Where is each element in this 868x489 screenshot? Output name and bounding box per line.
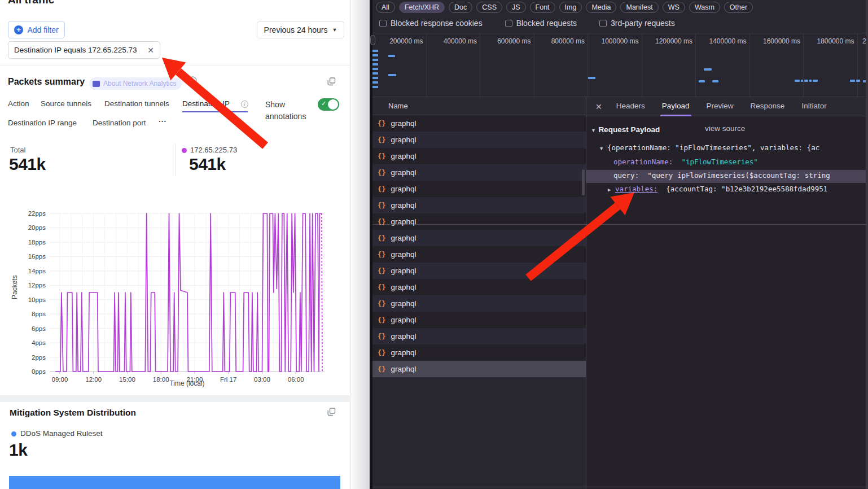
json-braces-icon: {}: [378, 120, 385, 128]
remove-filter-icon[interactable]: ✕: [147, 46, 154, 55]
network-request-row[interactable]: {}graphql: [372, 197, 586, 213]
resource-filter-bar: AllFetch/XHRDocCSSJSFontImgMediaManifest…: [376, 2, 753, 13]
active-filter-chip[interactable]: Destination IP equals 172.65.225.73 ✕: [8, 41, 160, 59]
resource-filter-css[interactable]: CSS: [476, 2, 502, 13]
request-detail-panel: ✕ HeadersPayloadPreviewResponseInitiator…: [586, 97, 868, 489]
add-filter-button[interactable]: + Add filter: [8, 21, 65, 38]
request-name: graphql: [391, 250, 416, 259]
chart-y-axis-label: Packets: [0, 288, 32, 299]
json-braces-icon: {}: [378, 152, 385, 160]
mitigation-legend-label: DDoS Managed Ruleset: [20, 429, 103, 438]
network-request-row[interactable]: {}graphql: [372, 295, 586, 312]
network-request-row[interactable]: {}graphql: [372, 230, 586, 246]
payload-query-line[interactable]: query: "query ipFlowTimeseries($accountT…: [613, 171, 830, 180]
resource-filter-js[interactable]: JS: [506, 2, 526, 13]
svg-text:20pps: 20pps: [28, 224, 46, 231]
expand-panel-icon[interactable]: [327, 77, 336, 86]
checkbox-blocked-response-cookies[interactable]: Blocked response cookies: [379, 19, 483, 28]
analytics-card: All traffic + Add filter Previous 24 hou…: [0, 0, 351, 489]
analytics-dashboard-panel: All traffic + Add filter Previous 24 hou…: [0, 0, 372, 489]
resource-filter-doc[interactable]: Doc: [449, 2, 472, 13]
resource-filter-wasm[interactable]: Wasm: [689, 2, 720, 13]
request-timing-bar: [372, 68, 378, 70]
resource-filter-ws[interactable]: WS: [663, 2, 685, 13]
network-request-row[interactable]: {}graphql: [372, 164, 586, 181]
payload-variables-line[interactable]: ▶ variables: {accountTag: "b12e3b2192ee5…: [608, 185, 827, 193]
info-icon[interactable]: i: [241, 101, 248, 108]
resource-filter-media[interactable]: Media: [586, 2, 616, 13]
view-source-link[interactable]: view source: [705, 124, 745, 133]
checkbox-label: 3rd-party requests: [611, 19, 675, 28]
resource-filter-font[interactable]: Font: [530, 2, 555, 13]
checkbox-blocked-requests[interactable]: Blocked requests: [505, 19, 577, 28]
svg-text:22pps: 22pps: [28, 210, 46, 217]
about-network-analytics-badge[interactable]: About Network Analytics: [89, 77, 182, 90]
network-request-row[interactable]: {}graphql: [372, 312, 586, 328]
request-payload-section[interactable]: ▼ Request Payload: [591, 124, 660, 134]
payload-tab-initiator[interactable]: Initiator: [800, 97, 828, 116]
network-request-row[interactable]: {}graphql: [372, 246, 586, 263]
tab-destination-tunnels[interactable]: Destination tunnels: [104, 99, 169, 108]
payload-root-line[interactable]: ▼ {operationName: "ipFlowTimeseries", va…: [600, 143, 819, 152]
packets-summary-title: Packets summary: [8, 77, 85, 87]
checkbox-box[interactable]: [599, 20, 607, 27]
checkbox-box[interactable]: [505, 20, 512, 27]
tab-source-tunnels[interactable]: Source tunnels: [41, 99, 91, 108]
show-annotations-toggle[interactable]: ✓: [318, 98, 339, 111]
network-request-row[interactable]: {}graphql: [372, 279, 586, 295]
show-annotations-label: Show annotations: [265, 99, 316, 123]
network-request-row[interactable]: {}graphql: [372, 181, 586, 197]
payload-root-summary: {operationName: "ipFlowTimeseries", vari…: [607, 143, 819, 152]
tab-action[interactable]: Action: [8, 99, 29, 108]
network-request-row[interactable]: {}graphql: [372, 213, 586, 230]
request-timing-bar: [372, 59, 378, 61]
network-request-row[interactable]: {}graphql: [372, 344, 586, 361]
payload-tab-payload[interactable]: Payload: [660, 97, 691, 116]
checkbox-3rd-party-requests[interactable]: 3rd-party requests: [599, 19, 675, 28]
time-range-label: Previous 24 hours: [264, 25, 328, 34]
triangle-down-icon[interactable]: ▼: [591, 128, 596, 133]
network-request-row[interactable]: {}graphql: [372, 328, 586, 344]
resource-filter-fetch-xhr[interactable]: Fetch/XHR: [399, 2, 445, 13]
triangle-right-icon[interactable]: ▶: [608, 187, 611, 193]
more-tabs-button[interactable]: ...: [159, 115, 166, 124]
network-request-row[interactable]: {}graphql: [372, 361, 586, 377]
json-braces-icon: {}: [378, 169, 385, 177]
close-icon[interactable]: ✕: [595, 102, 602, 111]
tab-destination-ip-range[interactable]: Destination IP range: [8, 119, 77, 127]
request-payload-title: Request Payload: [598, 125, 660, 134]
request-timing-bar: [804, 80, 808, 82]
json-string-value: "query ipFlowTimeseries($accountTag: str…: [647, 171, 830, 180]
request-name: graphql: [391, 299, 416, 308]
network-request-row[interactable]: {}graphql: [372, 148, 586, 164]
resource-filter-all[interactable]: All: [376, 2, 395, 13]
resource-filter-manifest[interactable]: Manifest: [620, 2, 658, 13]
scrollbar-thumb[interactable]: [582, 169, 585, 195]
time-range-dropdown[interactable]: Previous 24 hours ▼: [257, 21, 344, 38]
svg-text:8pps: 8pps: [32, 311, 46, 317]
request-timing-bar: [813, 80, 818, 82]
request-timing-bar: [372, 77, 378, 79]
tab-destination-ip[interactable]: Destination IP: [182, 99, 230, 108]
network-request-row[interactable]: {}graphql: [372, 132, 586, 148]
payload-tab-headers[interactable]: Headers: [615, 97, 647, 116]
json-key: query:: [613, 171, 639, 180]
history-clock-icon[interactable]: [188, 76, 198, 85]
checkbox-box[interactable]: [379, 20, 387, 27]
network-request-row[interactable]: {}graphql: [372, 263, 586, 279]
network-request-row[interactable]: {}graphql: [372, 115, 586, 132]
payload-tab-preview[interactable]: Preview: [705, 97, 735, 116]
payload-tab-response[interactable]: Response: [749, 97, 787, 116]
request-timing-bar: [712, 80, 718, 82]
column-header-name[interactable]: Name: [372, 97, 586, 115]
tab-destination-port[interactable]: Destination port: [93, 119, 146, 127]
expand-panel-icon[interactable]: [327, 408, 336, 416]
resource-filter-img[interactable]: Img: [559, 2, 582, 13]
resource-filter-other[interactable]: Other: [724, 2, 753, 13]
request-name: graphql: [391, 365, 416, 373]
payload-operation-line: operationName: "ipFlowTimeseries": [613, 158, 758, 166]
triangle-down-icon[interactable]: ▼: [600, 146, 603, 151]
request-timing-bar: [372, 81, 378, 84]
badge-label: About Network Analytics: [103, 80, 176, 88]
request-timing-bar: [372, 86, 378, 88]
